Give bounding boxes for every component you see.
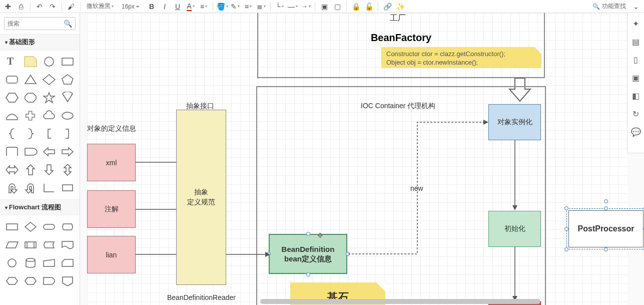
shape-bracket-l[interactable] [42, 126, 57, 141]
font-select[interactable]: 微软雅黑 ▾ [84, 2, 119, 12]
shape-arrow-ud[interactable] [60, 162, 76, 177]
comment-icon[interactable]: 💬 [630, 126, 641, 137]
line-color-icon[interactable]: ✎▾ [229, 1, 241, 12]
lock-icon[interactable]: 🔒 [350, 1, 362, 12]
shape-pentagon[interactable] [60, 72, 76, 87]
shape-arrow-d[interactable] [42, 162, 57, 177]
undo-icon[interactable]: ↶ [34, 1, 46, 12]
shape-octagon[interactable] [23, 90, 38, 105]
line-type-icon[interactable]: —▾ [287, 1, 299, 12]
shape-search[interactable]: 🔍 [4, 17, 76, 30]
fc-offpage[interactable] [60, 273, 76, 288]
fc-manual[interactable] [42, 255, 57, 270]
sel-handle-s[interactable] [306, 272, 310, 276]
pp-rotate-handle[interactable] [604, 199, 608, 203]
history-icon[interactable]: ↻ [630, 108, 641, 119]
sel-handle-e[interactable] [346, 252, 350, 256]
pp-handle-nw[interactable] [564, 206, 568, 210]
code-note[interactable]: Constructor ctor = clazz.getConstructor(… [381, 47, 541, 68]
shape-halfround[interactable] [23, 144, 38, 159]
sel-handle-n[interactable] [306, 232, 310, 236]
pp-handle-n[interactable] [604, 206, 608, 210]
collapse-icon[interactable]: ⌄ [630, 1, 642, 12]
fc-card[interactable] [60, 255, 76, 270]
pp-handle-sw[interactable] [564, 247, 568, 251]
category-flowchart[interactable]: Flowchart 流程图 [0, 199, 80, 215]
shape-triangle[interactable] [23, 72, 38, 87]
shape-ellipse[interactable] [60, 108, 76, 123]
shape-circle[interactable] [42, 54, 57, 69]
format-painter-icon[interactable]: 🖌 [65, 1, 77, 12]
fc-decision[interactable] [23, 219, 38, 234]
fc-display[interactable] [60, 219, 76, 234]
line-width-icon[interactable]: ≡▾ [242, 1, 254, 12]
themes-icon[interactable]: ◧ [630, 90, 641, 101]
shape-diamond[interactable] [42, 72, 57, 87]
fc-db[interactable] [23, 255, 38, 270]
annotation-box[interactable]: 注解 [87, 190, 136, 228]
bring-front-icon[interactable]: ▣ [318, 1, 330, 12]
font-size-select[interactable]: 16px ◂▸ [120, 2, 145, 12]
shape-rect[interactable] [60, 54, 76, 69]
fc-connector[interactable] [4, 255, 20, 270]
search-input[interactable] [8, 20, 64, 27]
connector-icon[interactable]: └▾ [274, 1, 286, 12]
shape-brace-r[interactable] [23, 126, 38, 141]
send-back-icon[interactable]: ▢ [331, 1, 343, 12]
shape-note[interactable] [23, 54, 38, 69]
save-icon[interactable]: ✚ [2, 1, 14, 12]
redo-icon[interactable]: ↷ [47, 1, 59, 12]
fc-process[interactable] [4, 219, 20, 234]
italic-icon[interactable]: I [159, 1, 171, 12]
sel-handle-w[interactable] [267, 252, 271, 256]
fc-doc[interactable] [60, 237, 76, 252]
shape-arrow-u[interactable] [23, 162, 38, 177]
link-icon[interactable]: 🔗 [381, 1, 393, 12]
category-basic[interactable]: 基础图形 [0, 34, 80, 50]
fc-stored[interactable] [42, 237, 57, 252]
shape-arrow-l[interactable] [42, 144, 57, 159]
fill-color-icon[interactable]: 🪣▾ [216, 1, 228, 12]
shape-fan[interactable] [60, 90, 76, 105]
export-icon[interactable]: ⎙ [15, 1, 27, 12]
abstract-spec-box[interactable]: 抽象 定义规范 [176, 110, 226, 285]
shape-arrow-lr[interactable] [4, 162, 20, 177]
outline-icon[interactable]: ▤ [630, 36, 641, 47]
init-box[interactable]: 初始化 [488, 211, 541, 247]
shape-brace-l[interactable] [4, 126, 20, 141]
shape-text[interactable]: T [4, 54, 20, 69]
shape-star[interactable] [42, 90, 57, 105]
bold-icon[interactable]: B [146, 1, 158, 12]
canvas[interactable]: BeanFactory 工厂 Constructor ctor = clazz.… [80, 13, 644, 305]
magic-icon[interactable]: ✨ [394, 1, 406, 12]
shape-plus[interactable] [23, 108, 38, 123]
shape-arc[interactable] [4, 108, 20, 123]
shape-uturn-r[interactable] [23, 180, 38, 195]
shape-cloud[interactable] [42, 108, 57, 123]
pp-handle-s[interactable] [604, 247, 608, 251]
pages-icon[interactable]: ▣ [630, 72, 641, 83]
fc-delay[interactable] [42, 273, 57, 288]
lian-box[interactable]: lian [87, 236, 136, 273]
shape-arrow-r[interactable] [60, 144, 76, 159]
fc-terminal[interactable] [42, 219, 57, 234]
shape-roundrect[interactable] [4, 72, 20, 87]
unlock-icon[interactable]: 🔓 [363, 1, 375, 12]
arrow-icon[interactable]: →▾ [300, 1, 312, 12]
xml-box[interactable]: xml [87, 144, 136, 181]
pp-handle-w[interactable] [564, 227, 568, 231]
shape-bracket-r[interactable] [60, 126, 76, 141]
line-style-icon[interactable]: ≣▾ [255, 1, 267, 12]
shape-hexagon[interactable] [4, 90, 20, 105]
fc-data[interactable] [4, 237, 20, 252]
shape-corner[interactable] [42, 180, 57, 195]
navigator-icon[interactable]: ✦ [630, 18, 641, 29]
shape-uturn-l[interactable] [4, 180, 20, 195]
underline-icon[interactable]: U [172, 1, 184, 12]
function-search[interactable]: 🔍 功能查找 [592, 2, 626, 11]
font-color-icon[interactable]: A▾ [185, 1, 197, 12]
postprocessor-box[interactable]: PostProcessor [568, 210, 643, 247]
shape-frame[interactable] [60, 180, 76, 195]
beandefinition-box[interactable]: BeanDefinition bean定义信息 [269, 234, 347, 274]
instantiate-box[interactable]: 对象实例化 [488, 104, 541, 140]
